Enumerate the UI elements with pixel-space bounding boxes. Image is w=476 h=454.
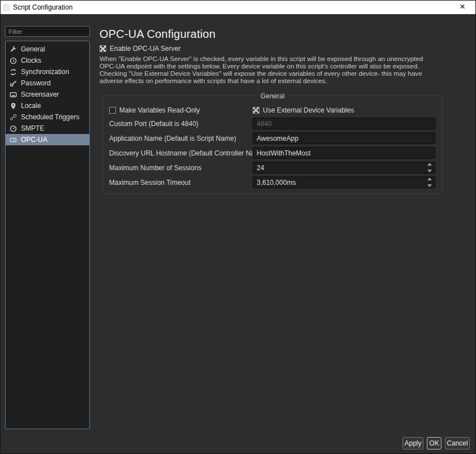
apply-button[interactable]: Apply	[403, 437, 423, 449]
key-icon	[9, 79, 17, 87]
max-sessions-input[interactable]	[253, 162, 435, 174]
wrench-icon	[9, 45, 17, 53]
network-icon	[9, 136, 17, 144]
filter-input[interactable]	[5, 26, 90, 37]
checkbox-label: Enable OPC-UA Server	[110, 45, 180, 53]
sidebar-item-locale[interactable]: Locale	[6, 100, 89, 111]
application-name-label: Application Name (Default is Script Name…	[109, 135, 236, 142]
sidebar-item-label: Locale	[21, 102, 41, 110]
sidebar-item-opc-ua[interactable]: OPC-UA	[6, 134, 89, 145]
close-icon[interactable]: ×	[454, 1, 471, 14]
spinner-buttons[interactable]	[427, 178, 432, 187]
checkbox-label: Use External Device Variables	[263, 106, 354, 114]
monitor-icon	[9, 90, 17, 98]
use-external-device-variables-checkbox[interactable]: Use External Device Variables	[253, 106, 354, 114]
sidebar-item-smpte[interactable]: SMPTE	[6, 123, 89, 134]
app-icon	[3, 5, 10, 11]
sidebar-item-password[interactable]: Password	[6, 77, 89, 89]
spin-down-icon[interactable]	[427, 170, 432, 172]
checkbox-label: Make Variables Read-Only	[119, 106, 200, 114]
gauge-icon	[9, 124, 17, 132]
settings-category-list: General Clocks Synchronization Password …	[5, 41, 90, 429]
window-title: Script Configuration	[13, 3, 72, 11]
discovery-url-hostname-label: Discovery URL Hostname (Default Controll…	[109, 149, 266, 157]
custom-port-label: Custom Port (Default is 4840)	[109, 120, 198, 128]
sidebar-item-general[interactable]: General	[6, 44, 89, 55]
sidebar-item-label: OPC-UA	[21, 136, 47, 144]
spin-down-icon[interactable]	[427, 184, 432, 187]
max-sessions-spinbox	[253, 162, 435, 174]
opcua-description: When "Enable OPC-UA Server" is checked, …	[99, 55, 439, 85]
sidebar-item-scheduled-triggers[interactable]: Scheduled Triggers	[6, 111, 89, 123]
max-session-timeout-label: Maximum Session Timeout	[109, 179, 191, 187]
max-session-timeout-spinbox	[253, 176, 435, 188]
custom-port-input[interactable]	[253, 118, 435, 129]
script-configuration-dialog: Script Configuration × General Clocks Sy…	[0, 0, 476, 454]
link-icon	[9, 113, 17, 121]
max-session-timeout-input[interactable]	[253, 176, 435, 188]
checkbox-icon[interactable]	[99, 45, 106, 52]
clock-icon	[9, 57, 17, 64]
discovery-url-hostname-input[interactable]	[253, 147, 435, 159]
max-sessions-label: Maximum Number of Sessions	[109, 164, 201, 172]
sidebar-item-label: General	[21, 45, 45, 53]
sidebar-item-label: Clocks	[21, 57, 41, 64]
ok-button[interactable]: OK	[427, 437, 442, 449]
checkbox-icon[interactable]	[109, 107, 116, 114]
sync-icon	[9, 68, 17, 76]
enable-opcua-checkbox[interactable]: Enable OPC-UA Server	[99, 45, 180, 53]
spin-up-icon[interactable]	[427, 178, 432, 180]
sidebar-item-label: Scheduled Triggers	[21, 113, 79, 121]
sidebar-item-label: SMPTE	[21, 124, 44, 132]
titlebar: Script Configuration ×	[1, 1, 475, 14]
checkbox-icon[interactable]	[253, 107, 259, 114]
sidebar-item-synchronization[interactable]: Synchronization	[6, 66, 89, 77]
groupbox-title: General	[256, 92, 290, 100]
sidebar-item-label: Synchronization	[21, 68, 69, 76]
sidebar-item-label: Password	[21, 79, 51, 87]
cancel-button[interactable]: Cancel	[445, 437, 470, 449]
make-variables-readonly-checkbox[interactable]: Make Variables Read-Only	[109, 106, 200, 114]
page-title: OPC-UA Configuration	[99, 28, 215, 41]
sidebar-item-screensaver[interactable]: Screensaver	[6, 89, 89, 100]
application-name-input[interactable]	[253, 132, 435, 144]
sidebar-item-clocks[interactable]: Clocks	[6, 55, 89, 66]
pin-icon	[9, 102, 17, 110]
sidebar-item-label: Screensaver	[21, 90, 59, 98]
general-groupbox: General Make Variables Read-Only Use Ext…	[102, 96, 443, 194]
spin-up-icon[interactable]	[427, 163, 432, 166]
spinner-buttons[interactable]	[427, 163, 432, 172]
